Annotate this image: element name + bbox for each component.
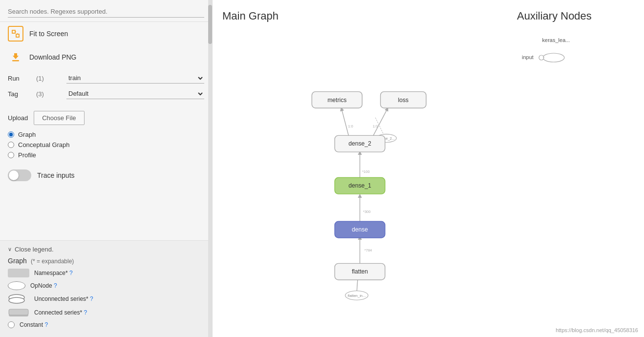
aux-graph-svg[interactable]: keras_lea... input [517,32,634,81]
conn-series-icon [8,308,29,317]
run-count: (1) [36,75,61,82]
radio-profile-item[interactable]: Profile [8,151,204,159]
svg-point-7 [9,297,24,303]
legend-opnode-label: OpNode ? [30,282,57,289]
upload-row: Upload Choose File [0,108,212,128]
legend-conn-label: Connected series* ? [34,309,87,316]
node-metrics-label: metrics [327,97,346,104]
svg-marker-4 [13,53,19,59]
node-dense1-label: dense_1 [348,182,371,189]
legend-unconn-label: Unconnected series* ? [34,295,93,302]
legend-unconn-item: Unconnected series* ? [8,294,204,304]
node-flatten-label: flatten [352,268,368,275]
tag-row: Tag (3) Default [8,88,204,99]
run-select[interactable]: train [66,73,204,84]
legend-conn-item: Connected series* ? [8,308,204,317]
legend-opnode-item: OpNode ? [8,281,204,290]
aux-graph-area: Auxiliary Nodes keras_lea... input https… [507,0,644,337]
legend-title: Graph (* = expandable) [8,257,204,265]
svg-text:*100: *100 [362,169,369,174]
aux-graph-title: Auxiliary Nodes [517,10,634,22]
main-graph-title: Main Graph [222,10,497,22]
legend-toggle-label: Close legend. [15,246,54,253]
run-row: Run (1) train [8,73,204,84]
fit-to-screen-label: Fit to Screen [29,30,68,38]
download-png-button[interactable]: Download PNG [0,45,212,69]
legend-constant-item: Constant ? [8,321,204,328]
sidebar-search-container [0,0,212,22]
opnode-icon [8,281,25,290]
legend-subtitle: (* = expandable) [31,258,74,265]
radio-conceptual-item[interactable]: Conceptual Graph [8,141,204,148]
fit-to-screen-icon [8,26,23,42]
run-label: Run [8,75,32,82]
node-dense2-label: dense_2 [348,140,371,147]
radio-conceptual-label: Conceptual Graph [18,141,70,148]
conn-help-link[interactable]: ? [84,309,87,316]
main-graph-area: Main Graph *784 *300 *100 1:0 1:0 [213,0,507,337]
download-icon [8,49,23,65]
svg-text:*300: *300 [363,210,370,214]
radio-profile-input[interactable] [8,152,14,158]
aux-input-label: input [522,54,534,60]
choose-file-button[interactable]: Choose File [34,111,84,125]
aux-input-node[interactable] [543,53,564,62]
sidebar-scrollbar-thumb[interactable] [208,5,212,44]
svg-rect-1 [16,34,19,37]
constant-help-link[interactable]: ? [44,321,48,328]
svg-rect-5 [12,60,19,62]
namespace-help-link[interactable]: ? [69,270,73,276]
tag-count: (3) [36,90,61,98]
trace-inputs-label: Trace inputs [37,171,75,179]
svg-text:1:0: 1:0 [373,124,378,128]
download-png-label: Download PNG [29,53,77,61]
namespace-icon [8,269,29,277]
legend-toggle-button[interactable]: ∨ Close legend. [8,246,204,253]
legend-namespace-item: Namespace* ? [8,269,204,277]
unconn-help-link[interactable]: ? [90,295,93,302]
run-section: Run (1) train Tag (3) Default [0,69,212,108]
search-input[interactable] [8,6,204,18]
legend-namespace-label: Namespace* ? [34,270,73,276]
svg-rect-9 [9,309,28,315]
chevron-down-icon: ∨ [8,246,12,253]
node-loss-label: loss [398,97,409,104]
fit-to-screen-button[interactable]: Fit to Screen [0,22,212,45]
radio-conceptual-input[interactable] [8,142,14,148]
view-mode-group: Graph Conceptual Graph Profile [0,128,212,166]
footer-url: https://blog.csdn.net/qq_45058316 [556,327,638,333]
svg-text:1:0: 1:0 [348,124,353,128]
sidebar: Fit to Screen Download PNG Run (1) train… [0,0,213,337]
trace-inputs-toggle[interactable] [8,169,31,181]
radio-profile-label: Profile [18,151,36,159]
node-dense-label: dense [352,226,368,233]
sidebar-scrollbar[interactable] [208,0,212,337]
svg-rect-0 [12,30,15,33]
svg-text:*784: *784 [365,248,372,253]
legend-panel: ∨ Close legend. Graph (* = expandable) N… [0,240,212,337]
aux-keras-label: keras_lea... [542,37,570,43]
unconn-series-icon [8,294,29,304]
trace-inputs-row: Trace inputs [0,166,212,185]
opnode-help-link[interactable]: ? [54,282,57,289]
radio-graph-item[interactable]: Graph [8,131,204,138]
tag-label: Tag [8,90,32,98]
radio-graph-input[interactable] [8,131,14,138]
radio-graph-label: Graph [18,131,36,138]
constant-icon [8,321,15,328]
upload-label: Upload [8,114,28,122]
main-graph-svg[interactable]: *784 *300 *100 1:0 1:0 metrics loss dens… [222,32,497,316]
node-flatten-in-label: flatten_in... [348,294,366,298]
main-content: Main Graph *784 *300 *100 1:0 1:0 [213,0,644,337]
legend-constant-label: Constant ? [20,321,48,328]
tag-select[interactable]: Default [66,88,204,99]
